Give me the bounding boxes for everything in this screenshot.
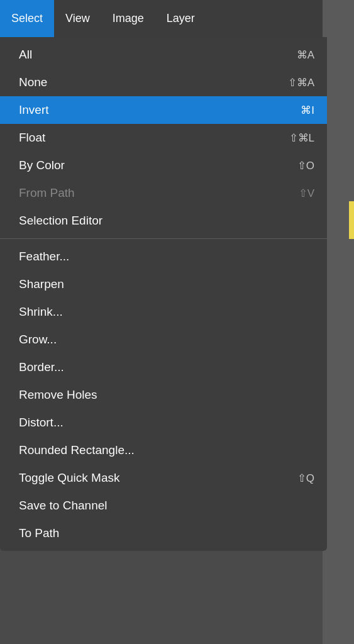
menu-section-1: All ⌘A None ⇧⌘A Invert ⌘I Float ⇧⌘L By C… bbox=[0, 37, 327, 238]
menu-item-rounded-rectangle[interactable]: Rounded Rectangle... bbox=[0, 436, 327, 464]
menu-item-by-color-shortcut: ⇧O bbox=[297, 159, 314, 172]
menu-item-feather[interactable]: Feather... bbox=[0, 243, 327, 270]
menu-item-border[interactable]: Border... bbox=[0, 353, 327, 381]
menu-item-sharpen-label: Sharpen bbox=[19, 277, 64, 291]
menu-item-to-path-label: To Path bbox=[19, 526, 59, 540]
menu-item-rounded-rectangle-label: Rounded Rectangle... bbox=[19, 443, 135, 457]
menu-item-all-label: All bbox=[19, 48, 32, 62]
menu-item-shrink-label: Shrink... bbox=[19, 305, 63, 319]
menu-item-none[interactable]: None ⇧⌘A bbox=[0, 69, 327, 96]
menu-item-distort-label: Distort... bbox=[19, 416, 64, 430]
canvas-background bbox=[323, 0, 354, 644]
menu-item-from-path: From Path ⇧V bbox=[0, 179, 327, 207]
menu-item-invert-label: Invert bbox=[19, 103, 49, 117]
menu-bar-image[interactable]: Image bbox=[101, 0, 155, 37]
menu-bar-layer[interactable]: Layer bbox=[155, 0, 206, 37]
menu-item-invert-shortcut: ⌘I bbox=[301, 104, 314, 117]
select-dropdown: All ⌘A None ⇧⌘A Invert ⌘I Float ⇧⌘L By C… bbox=[0, 37, 327, 551]
menu-item-feather-label: Feather... bbox=[19, 250, 69, 264]
menu-item-shrink[interactable]: Shrink... bbox=[0, 298, 327, 326]
menu-item-selection-editor[interactable]: Selection Editor bbox=[0, 207, 327, 235]
menu-item-remove-holes[interactable]: Remove Holes bbox=[0, 381, 327, 409]
menu-item-none-label: None bbox=[19, 75, 47, 89]
menu-item-save-to-channel-label: Save to Channel bbox=[19, 499, 108, 513]
menu-item-toggle-quick-mask[interactable]: Toggle Quick Mask ⇧Q bbox=[0, 464, 327, 492]
menu-bar-view[interactable]: View bbox=[54, 0, 101, 37]
menu-item-remove-holes-label: Remove Holes bbox=[19, 388, 97, 402]
menu-item-float[interactable]: Float ⇧⌘L bbox=[0, 124, 327, 152]
menu-item-invert[interactable]: Invert ⌘I bbox=[0, 96, 327, 124]
menu-item-toggle-quick-mask-shortcut: ⇧Q bbox=[297, 472, 314, 485]
menu-item-sharpen[interactable]: Sharpen bbox=[0, 270, 327, 298]
menu-bar-select[interactable]: Select bbox=[0, 0, 54, 37]
menu-item-by-color-label: By Color bbox=[19, 158, 65, 172]
menu-section-2: Feather... Sharpen Shrink... Grow... Bor… bbox=[0, 238, 327, 551]
menu-item-none-shortcut: ⇧⌘A bbox=[288, 76, 314, 89]
menu-item-selection-editor-label: Selection Editor bbox=[19, 214, 102, 228]
menu-item-border-label: Border... bbox=[19, 360, 64, 374]
menu-item-from-path-shortcut: ⇧V bbox=[299, 187, 314, 200]
menu-item-all-shortcut: ⌘A bbox=[297, 48, 314, 62]
menu-item-from-path-label: From Path bbox=[19, 186, 75, 200]
menu-item-float-label: Float bbox=[19, 131, 45, 145]
menu-item-distort[interactable]: Distort... bbox=[0, 409, 327, 436]
canvas-accent bbox=[349, 201, 354, 239]
menu-bar: Select View Image Layer bit bbox=[0, 0, 354, 37]
menu-item-toggle-quick-mask-label: Toggle Quick Mask bbox=[19, 471, 120, 485]
menu-item-to-path[interactable]: To Path bbox=[0, 519, 327, 547]
menu-item-grow[interactable]: Grow... bbox=[0, 326, 327, 353]
menu-item-save-to-channel[interactable]: Save to Channel bbox=[0, 492, 327, 519]
menu-item-grow-label: Grow... bbox=[19, 333, 57, 347]
menu-item-by-color[interactable]: By Color ⇧O bbox=[0, 152, 327, 179]
menu-item-float-shortcut: ⇧⌘L bbox=[289, 131, 314, 145]
menu-item-all[interactable]: All ⌘A bbox=[0, 41, 327, 69]
